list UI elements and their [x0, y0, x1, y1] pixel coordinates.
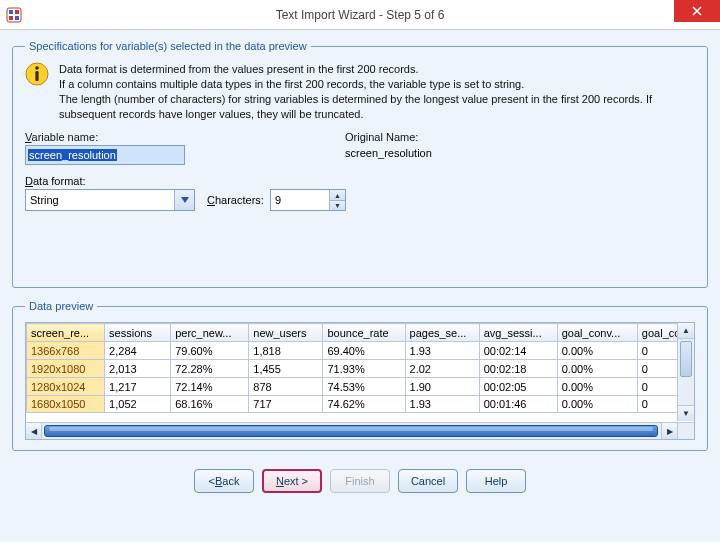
variable-name-block: Variable name: screen_resolution: [25, 131, 185, 165]
column-header[interactable]: perc_new...: [171, 324, 249, 342]
column-header[interactable]: new_users: [249, 324, 323, 342]
table-cell[interactable]: 00:02:05: [479, 378, 557, 396]
table-row[interactable]: 1920x10802,01372.28%1,45571.93%2.0200:02…: [27, 360, 694, 378]
data-format-label: Data format:: [25, 175, 86, 187]
info-icon: [25, 62, 49, 86]
original-name-block: Original Name: screen_resolution: [345, 131, 432, 165]
column-header[interactable]: sessions: [105, 324, 171, 342]
titlebar: Text Import Wizard - Step 5 of 6: [0, 0, 720, 30]
svg-rect-1: [9, 10, 13, 14]
scroll-down-icon[interactable]: ▼: [678, 405, 694, 421]
table-cell[interactable]: 1.93: [405, 396, 479, 413]
table-cell[interactable]: 00:01:46: [479, 396, 557, 413]
data-preview-group: Data preview screen_re... sessions perc_…: [12, 300, 708, 451]
scrollbar-thumb[interactable]: [680, 341, 692, 377]
info-text: Data format is determined from the value…: [59, 62, 695, 121]
scroll-right-icon[interactable]: ▶: [661, 423, 677, 439]
spinner-down-icon[interactable]: ▼: [329, 201, 345, 211]
data-preview-table: screen_re... sessions perc_new... new_us…: [25, 322, 695, 440]
column-header[interactable]: avg_sessi...: [479, 324, 557, 342]
close-button[interactable]: [674, 0, 720, 22]
column-header[interactable]: screen_re...: [27, 324, 105, 342]
table-cell[interactable]: 00:02:14: [479, 342, 557, 360]
chevron-down-icon[interactable]: [174, 190, 194, 210]
table-cell[interactable]: 1920x1080: [27, 360, 105, 378]
table-cell[interactable]: 0.00%: [557, 360, 637, 378]
table-cell[interactable]: 1,818: [249, 342, 323, 360]
original-name-value: screen_resolution: [345, 147, 432, 159]
data-format-value[interactable]: [25, 189, 195, 211]
table-cell[interactable]: 74.53%: [323, 378, 405, 396]
table-cell[interactable]: 1.93: [405, 342, 479, 360]
table-cell[interactable]: 1280x1024: [27, 378, 105, 396]
wizard-button-row: < Back Next > Finish Cancel Help: [12, 469, 708, 497]
cancel-button[interactable]: Cancel: [398, 469, 458, 493]
spss-app-icon: [6, 7, 22, 23]
svg-rect-2: [15, 10, 19, 14]
table-cell[interactable]: 74.62%: [323, 396, 405, 413]
column-header[interactable]: goal_conv...: [557, 324, 637, 342]
table-cell[interactable]: 2.02: [405, 360, 479, 378]
table-cell[interactable]: 1.90: [405, 378, 479, 396]
svg-rect-7: [35, 71, 38, 81]
table-cell[interactable]: 69.40%: [323, 342, 405, 360]
table-cell[interactable]: 0.00%: [557, 396, 637, 413]
table-cell[interactable]: 2,013: [105, 360, 171, 378]
data-format-combo[interactable]: [25, 189, 195, 211]
characters-spinner[interactable]: ▲ ▼: [270, 189, 346, 211]
table-cell[interactable]: 1,217: [105, 378, 171, 396]
table-cell[interactable]: 1680x1050: [27, 396, 105, 413]
characters-label: Characters:: [207, 194, 264, 206]
table-cell[interactable]: 717: [249, 396, 323, 413]
back-button[interactable]: < Back: [194, 469, 254, 493]
specifications-group: Specifications for variable(s) selected …: [12, 40, 708, 288]
table-header-row: screen_re... sessions perc_new... new_us…: [27, 324, 694, 342]
close-icon: [692, 6, 702, 16]
column-header[interactable]: pages_se...: [405, 324, 479, 342]
table-cell[interactable]: 0.00%: [557, 378, 637, 396]
data-preview-legend: Data preview: [25, 300, 97, 312]
table-row[interactable]: 1366x7682,28479.60%1,81869.40%1.9300:02:…: [27, 342, 694, 360]
table-row[interactable]: 1680x10501,05268.16%71774.62%1.9300:01:4…: [27, 396, 694, 413]
finish-button: Finish: [330, 469, 390, 493]
variable-name-label: Variable name:: [25, 131, 185, 143]
column-header[interactable]: bounce_rate: [323, 324, 405, 342]
svg-rect-4: [15, 16, 19, 20]
dialog-body: Specifications for variable(s) selected …: [0, 30, 720, 542]
specifications-legend: Specifications for variable(s) selected …: [25, 40, 311, 52]
table-cell[interactable]: 68.16%: [171, 396, 249, 413]
table-cell[interactable]: 79.60%: [171, 342, 249, 360]
table-cell[interactable]: 71.93%: [323, 360, 405, 378]
scrollbar-corner: [677, 423, 694, 439]
scroll-up-icon[interactable]: ▲: [678, 323, 694, 339]
table-cell[interactable]: 0.00%: [557, 342, 637, 360]
table-cell[interactable]: 72.14%: [171, 378, 249, 396]
horizontal-scrollbar[interactable]: ◀ ▶: [26, 422, 694, 439]
variable-name-input[interactable]: screen_resolution: [25, 145, 185, 165]
table-cell[interactable]: 72.28%: [171, 360, 249, 378]
table-cell[interactable]: 2,284: [105, 342, 171, 360]
original-name-label: Original Name:: [345, 131, 432, 143]
help-button[interactable]: Help: [466, 469, 526, 493]
scroll-left-icon[interactable]: ◀: [26, 423, 42, 439]
table-cell[interactable]: 1,455: [249, 360, 323, 378]
vertical-scrollbar[interactable]: ▲ ▼: [677, 323, 694, 421]
variable-name-value: screen_resolution: [28, 149, 117, 161]
table-cell[interactable]: 878: [249, 378, 323, 396]
window-title: Text Import Wizard - Step 5 of 6: [276, 8, 445, 22]
table-cell[interactable]: 1366x768: [27, 342, 105, 360]
svg-point-6: [35, 66, 39, 70]
svg-rect-3: [9, 16, 13, 20]
table-cell[interactable]: 00:02:18: [479, 360, 557, 378]
scrollbar-thumb[interactable]: [44, 425, 658, 437]
next-button[interactable]: Next >: [262, 469, 322, 493]
table-cell[interactable]: 1,052: [105, 396, 171, 413]
spinner-up-icon[interactable]: ▲: [329, 190, 345, 201]
table-row[interactable]: 1280x10241,21772.14%87874.53%1.9000:02:0…: [27, 378, 694, 396]
